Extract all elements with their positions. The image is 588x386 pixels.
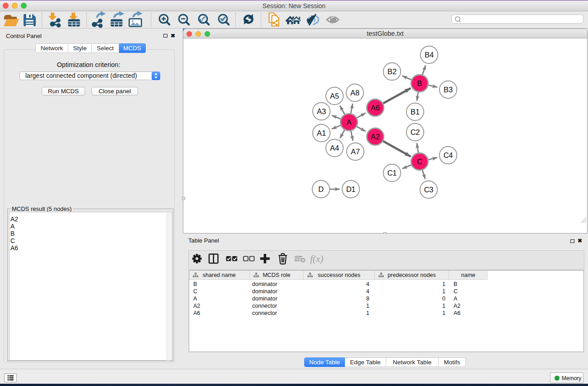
svg-text:C2: C2: [411, 128, 420, 136]
svg-text:f(x): f(x): [310, 253, 323, 264]
svg-text:A4: A4: [330, 144, 339, 152]
svg-text:A: A: [347, 118, 352, 126]
svg-text:B2: B2: [387, 67, 397, 76]
svg-text:A5: A5: [330, 92, 339, 100]
svg-text:A8: A8: [350, 89, 359, 97]
svg-text:B1: B1: [411, 108, 420, 116]
svg-text:A7: A7: [351, 148, 360, 156]
svg-text:B4: B4: [425, 51, 434, 59]
svg-text:A6: A6: [371, 104, 380, 112]
svg-text:C: C: [417, 157, 422, 166]
svg-text:C3: C3: [424, 186, 434, 194]
svg-text:A2: A2: [371, 133, 380, 141]
svg-text:A3: A3: [317, 107, 326, 115]
svg-text:D1: D1: [346, 185, 356, 193]
svg-text:B: B: [417, 79, 422, 87]
svg-text:B3: B3: [444, 86, 453, 94]
svg-text:C1: C1: [387, 169, 397, 177]
svg-text:D: D: [318, 185, 324, 193]
svg-text:A1: A1: [317, 129, 326, 137]
svg-text:C4: C4: [444, 151, 453, 159]
